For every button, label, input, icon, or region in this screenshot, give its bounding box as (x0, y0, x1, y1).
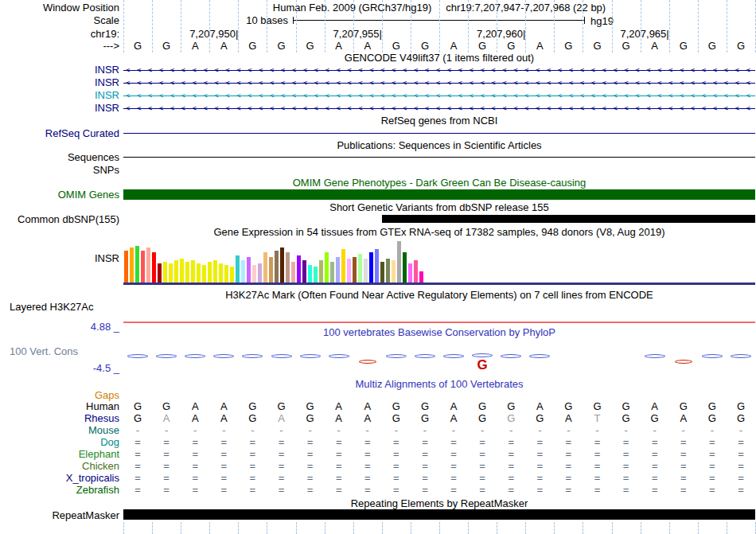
align-cell-human[interactable]: G (737, 401, 745, 412)
align-cell-chicken[interactable]: = (652, 461, 658, 472)
align-cell-x-tropicalis[interactable]: = (221, 473, 228, 484)
phylop-positive-mark[interactable] (415, 354, 435, 358)
align-cell-chicken[interactable]: = (250, 461, 256, 472)
align-cell-human[interactable]: A (450, 401, 458, 412)
gtex-expression-bar[interactable] (369, 252, 373, 283)
align-cell-rhesus[interactable]: A (335, 413, 342, 424)
align-cell-chicken[interactable]: = (307, 461, 314, 472)
gtex-expression-bar[interactable] (241, 260, 245, 283)
align-cell-zebrafish[interactable]: = (709, 485, 715, 496)
align-cell-x-tropicalis[interactable]: = (192, 473, 198, 484)
gtex-expression-bar[interactable] (247, 257, 251, 283)
align-cell-mouse[interactable]: - (395, 425, 398, 436)
align-cell-chicken[interactable]: = (709, 461, 715, 472)
gtex-expression-bar[interactable] (135, 246, 139, 283)
gene-label-insr-2[interactable]: INSR (0, 77, 119, 88)
align-cell-elephant[interactable]: = (192, 449, 198, 460)
align-cell-rhesus[interactable]: A (450, 413, 458, 424)
align-cell-dog[interactable]: = (364, 437, 371, 448)
align-cell-elephant[interactable]: = (364, 449, 371, 460)
publications-item-line[interactable] (123, 157, 755, 158)
gtex-expression-bar[interactable] (158, 263, 162, 283)
align-cell-zebrafish[interactable]: = (192, 485, 198, 496)
align-cell-dog[interactable]: = (134, 437, 141, 448)
align-cell-mouse[interactable]: - (481, 425, 484, 436)
align-cell-dog[interactable]: = (307, 437, 314, 448)
align-cell-x-tropicalis[interactable]: = (279, 473, 285, 484)
align-cell-mouse[interactable]: - (682, 425, 685, 436)
align-cell-elephant[interactable]: = (279, 449, 285, 460)
phylop-positive-mark[interactable] (501, 354, 521, 358)
phylop-positive-mark[interactable] (242, 354, 263, 358)
align-cell-rhesus[interactable]: G (622, 413, 630, 424)
gene-model-insr-1[interactable]: <<<<<<<<<<<<<<<<<<<<<<<<<<<<<<<<<<<<<<<<… (123, 64, 755, 76)
align-cell-elephant[interactable]: = (508, 449, 514, 460)
gene-label-insr-1[interactable]: INSR (0, 64, 119, 76)
gtex-expression-bar[interactable] (341, 249, 345, 283)
gtex-expression-bar[interactable] (213, 260, 217, 283)
align-cell-elephant[interactable]: = (594, 449, 601, 460)
align-cell-human[interactable]: G (593, 401, 601, 412)
align-cell-dog[interactable]: = (450, 437, 457, 448)
align-cell-rhesus[interactable]: G (248, 413, 256, 424)
align-cell-human[interactable]: G (392, 401, 400, 412)
align-cell-rhesus[interactable]: G (708, 413, 716, 424)
align-cell-mouse[interactable]: - (165, 425, 168, 436)
gtex-expression-bar[interactable] (319, 260, 323, 283)
align-cell-chicken[interactable]: = (336, 461, 342, 472)
gtex-expression-bar[interactable] (263, 252, 267, 283)
align-cell-x-tropicalis[interactable]: = (134, 473, 141, 484)
align-cell-rhesus[interactable]: A (364, 413, 371, 424)
phylop-positive-mark[interactable] (300, 354, 321, 358)
align-cell-dog[interactable]: = (709, 437, 715, 448)
align-cell-zebrafish[interactable]: = (134, 485, 141, 496)
phylop-positive-mark[interactable] (731, 354, 751, 358)
align-cell-rhesus[interactable]: G (392, 413, 400, 424)
align-cell-dog[interactable]: = (566, 437, 572, 448)
align-cell-chicken[interactable]: = (134, 461, 141, 472)
phylop-positive-mark[interactable] (156, 354, 177, 358)
gtex-expression-bar[interactable] (302, 260, 306, 283)
align-cell-chicken[interactable]: = (508, 461, 514, 472)
species-label-dog[interactable]: Dog (0, 437, 119, 448)
align-cell-rhesus[interactable]: A (278, 413, 285, 424)
gene-label-insr-3[interactable]: INSR (0, 90, 119, 101)
align-cell-human[interactable]: G (507, 401, 515, 412)
align-cell-elephant[interactable]: = (566, 449, 572, 460)
species-label-human[interactable]: Human (0, 401, 119, 412)
gtex-expression-bar[interactable] (224, 265, 228, 283)
align-cell-x-tropicalis[interactable]: = (594, 473, 601, 484)
phylop-positive-mark[interactable] (386, 354, 407, 358)
align-cell-elephant[interactable]: = (221, 449, 228, 460)
align-cell-zebrafish[interactable]: = (250, 485, 256, 496)
track-label-h3k27ac[interactable]: Layered H3K27Ac (10, 302, 94, 313)
align-cell-chicken[interactable]: = (566, 461, 572, 472)
refseq-gene-line[interactable] (123, 133, 755, 134)
phylop-negative-mark[interactable] (359, 360, 376, 364)
align-cell-mouse[interactable]: - (452, 425, 455, 436)
align-cell-mouse[interactable]: - (567, 425, 570, 436)
align-cell-chicken[interactable]: = (192, 461, 198, 472)
phylop-positive-mark[interactable] (329, 354, 349, 358)
gtex-expression-bar[interactable] (353, 257, 357, 283)
align-cell-rhesus[interactable]: G (421, 413, 429, 424)
align-cell-x-tropicalis[interactable]: = (680, 473, 687, 484)
gtex-expression-bar[interactable] (291, 262, 295, 283)
align-cell-elephant[interactable]: = (680, 449, 687, 460)
align-cell-human[interactable]: G (162, 401, 170, 412)
align-cell-x-tropicalis[interactable]: = (738, 473, 744, 484)
track-label-snps[interactable]: SNPs (0, 165, 119, 176)
align-cell-rhesus[interactable]: A (565, 413, 572, 424)
align-cell-elephant[interactable]: = (422, 449, 428, 460)
align-cell-rhesus[interactable]: G (507, 413, 515, 424)
track-label-gtex-insr[interactable]: INSR (0, 253, 119, 264)
gtex-expression-bar[interactable] (208, 262, 212, 283)
phylop-positive-mark[interactable] (645, 354, 665, 358)
gtex-expression-bar[interactable] (280, 248, 284, 283)
gtex-expression-bar[interactable] (314, 267, 318, 283)
align-cell-elephant[interactable]: = (652, 449, 658, 460)
align-cell-dog[interactable]: = (623, 437, 629, 448)
gtex-expression-bar[interactable] (202, 265, 206, 283)
align-cell-x-tropicalis[interactable]: = (422, 473, 428, 484)
dbsnp-variant-bar[interactable] (382, 215, 755, 223)
